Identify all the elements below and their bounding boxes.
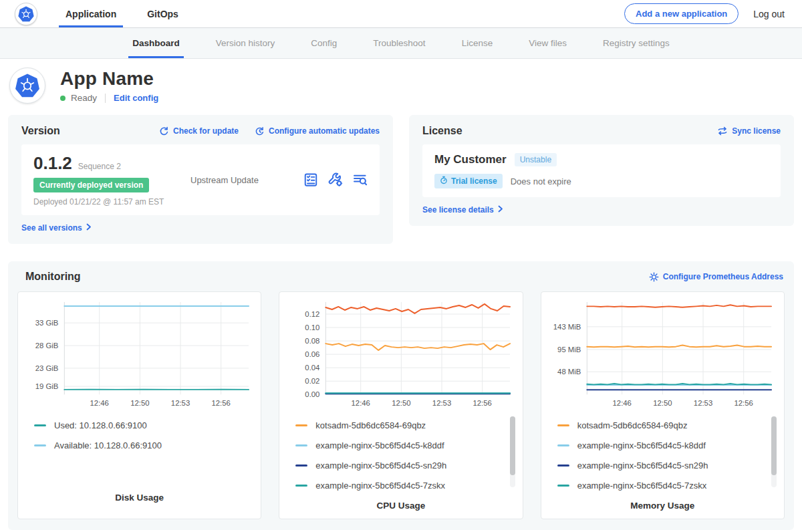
app-header: App Name Ready Edit config [0,59,802,115]
legend-swatch [34,424,46,426]
legend-item: example-nginx-5bc6f5d4c5-7zskx [557,481,767,491]
license-panel: My Customer Unstable Trial license [422,144,781,197]
version-action-icons [303,172,368,187]
file-search-icon[interactable] [353,172,368,187]
configure-automatic-updates-link[interactable]: Configure automatic updates [255,126,380,136]
svg-text:48 MiB: 48 MiB [557,368,581,376]
license-expiry: Does not expire [511,176,571,186]
chart-card-disk-usage: 12:4612:5012:5312:5633 GiB28 GiB23 GiB19… [17,291,261,519]
tab-gitops[interactable]: GitOps [140,0,185,27]
chevron-right-icon [86,223,92,233]
trial-license-badge: Trial license [434,174,503,188]
update-type-label: Upstream Update [190,175,303,185]
tab-dashboard[interactable]: Dashboard [132,28,180,58]
chart-legend: kotsadm-5db6dc6584-69qbzexample-nginx-5b… [285,412,517,491]
legend-item: example-nginx-5bc6f5d4c5-k8ddf [295,440,505,450]
svg-text:12:46: 12:46 [90,399,108,407]
chart-card-memory-usage: 12:4612:5012:5312:56143 MiB95 MiB48 MiBk… [541,291,785,519]
status-badge: Ready [71,93,97,103]
check-for-update-link[interactable]: Check for update [159,126,239,136]
tab-config[interactable]: Config [311,28,337,58]
tab-view-files[interactable]: View files [529,28,567,58]
legend-item: Available: 10.128.0.66:9100 [34,440,243,450]
license-card-header: License Sync license [422,125,781,137]
chevron-right-icon [498,205,503,215]
version-card: Version Check for update [8,115,393,244]
svg-text:12:56: 12:56 [473,399,491,407]
tab-troubleshoot[interactable]: Troubleshoot [373,28,425,58]
legend-scrollbar-thumb[interactable] [771,416,777,475]
svg-text:0.08: 0.08 [305,337,319,345]
legend-item: example-nginx-5bc6f5d4c5-k8ddf [557,440,767,450]
app-status-row: Ready Edit config [60,93,158,103]
chart-title: Memory Usage [547,501,779,511]
channel-badge: Unstable [515,153,557,166]
license-card: License Sync license My [409,115,794,226]
chart-card-cpu-usage: 12:4612:5012:5312:560.120.100.080.060.04… [279,291,523,519]
tab-license[interactable]: License [462,28,493,58]
svg-text:0.06: 0.06 [305,350,319,358]
edit-config-link[interactable]: Edit config [114,93,158,103]
monitoring-title: Monitoring [25,271,649,283]
legend-item: example-nginx-5bc6f5d4c5-7zskx [295,481,505,491]
tab-version-history[interactable]: Version history [216,28,275,58]
see-all-versions-link[interactable]: See all versions [21,223,92,233]
legend-swatch [557,485,569,487]
gear-icon [649,272,659,282]
legend-label: Used: 10.128.0.66:9100 [54,420,147,430]
tab-registry-settings[interactable]: Registry settings [603,28,670,58]
customer-name: My Customer [434,153,507,166]
app-header-text: App Name Ready Edit config [60,68,158,103]
app-sub-nav: DashboardVersion historyConfigTroublesho… [0,28,802,59]
current-version-panel: 0.1.2 Sequence 2 Currently deployed vers… [21,144,380,215]
svg-text:12:56: 12:56 [211,399,230,407]
legend-item: Used: 10.128.0.66:9100 [34,420,243,430]
svg-text:19 GiB: 19 GiB [35,382,58,390]
legend-swatch [557,444,569,446]
kubernetes-logo-icon [17,5,35,23]
sync-license-link[interactable]: Sync license [717,126,781,136]
svg-text:0.00: 0.00 [305,390,319,398]
chart-legend: Used: 10.128.0.66:9100Available: 10.128.… [23,412,255,490]
legend-swatch [557,464,569,467]
kubernetes-logo[interactable] [15,3,37,25]
legend-scrollbar-thumb[interactable] [510,416,515,475]
legend-item: example-nginx-5bc6f5d4c5-sn29h [557,460,767,471]
version-card-title: Version [21,125,159,137]
clock-refresh-icon [255,126,265,136]
status-dot-icon [60,96,65,101]
see-license-details-label: See license details [422,205,494,215]
svg-text:28 GiB: 28 GiB [35,342,58,350]
version-card-header: Version Check for update [21,125,380,137]
legend-scrollbar-track[interactable] [510,416,515,487]
check-for-update-label: Check for update [173,126,239,136]
cards-row: Version Check for update [0,115,802,244]
trial-license-label: Trial license [451,176,497,186]
svg-text:23 GiB: 23 GiB [35,364,58,372]
legend-swatch [557,424,569,426]
see-all-versions-label: See all versions [21,223,82,233]
version-info: 0.1.2 Sequence 2 Currently deployed vers… [33,153,190,207]
wrench-gear-icon[interactable] [328,172,343,187]
legend-label: example-nginx-5bc6f5d4c5-sn29h [577,460,708,471]
topnav-tabs: Application GitOps [59,0,203,27]
svg-text:95 MiB: 95 MiB [557,346,581,354]
add-a-new-application-button[interactable]: Add a new application [624,3,739,24]
page-title: App Name [60,68,158,90]
log-out-link[interactable]: Log out [753,9,785,19]
legend-swatch [295,444,307,446]
tab-application[interactable]: Application [59,0,123,27]
legend-swatch [34,444,46,446]
configure-prometheus-link[interactable]: Configure Prometheus Address [649,272,783,282]
svg-text:12:56: 12:56 [734,399,753,407]
license-card-title: License [422,125,717,137]
svg-text:12:50: 12:50 [392,399,410,407]
svg-text:143 MiB: 143 MiB [553,323,581,331]
version-card-links: Check for update Configure automatic upd… [159,126,380,136]
kubernetes-app-icon [14,72,41,99]
see-license-details-link[interactable]: See license details [422,205,503,215]
svg-text:12:50: 12:50 [653,399,672,407]
stopwatch-icon [440,176,448,186]
legend-scrollbar-track[interactable] [771,416,777,487]
checklist-icon[interactable] [303,172,318,187]
